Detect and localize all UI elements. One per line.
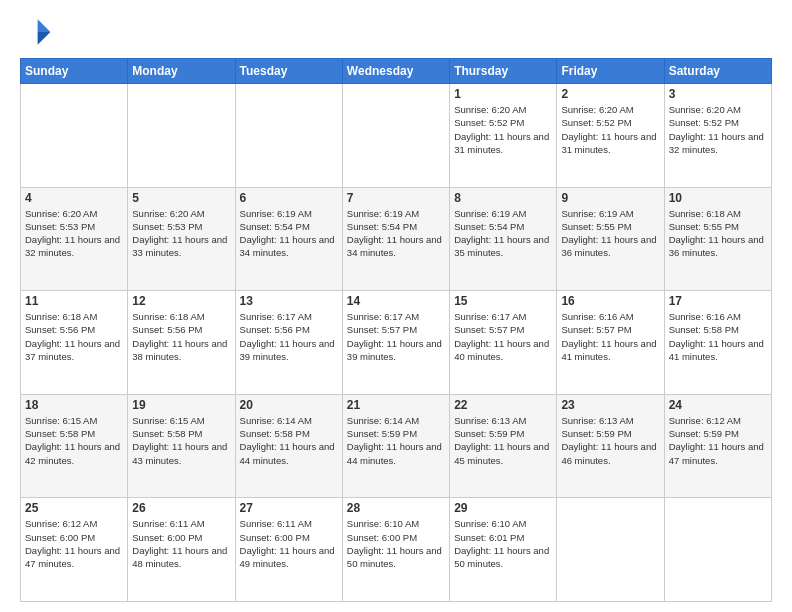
- day-number: 14: [347, 294, 445, 308]
- calendar-cell: 14Sunrise: 6:17 AM Sunset: 5:57 PM Dayli…: [342, 291, 449, 395]
- calendar-cell: 29Sunrise: 6:10 AM Sunset: 6:01 PM Dayli…: [450, 498, 557, 602]
- day-number: 11: [25, 294, 123, 308]
- calendar-cell: 15Sunrise: 6:17 AM Sunset: 5:57 PM Dayli…: [450, 291, 557, 395]
- calendar-cell: 10Sunrise: 6:18 AM Sunset: 5:55 PM Dayli…: [664, 187, 771, 291]
- day-number: 15: [454, 294, 552, 308]
- day-number: 8: [454, 191, 552, 205]
- day-number: 22: [454, 398, 552, 412]
- day-number: 10: [669, 191, 767, 205]
- header: [20, 16, 772, 48]
- calendar-cell: 6Sunrise: 6:19 AM Sunset: 5:54 PM Daylig…: [235, 187, 342, 291]
- day-info: Sunrise: 6:19 AM Sunset: 5:54 PM Dayligh…: [240, 207, 338, 260]
- calendar-header-friday: Friday: [557, 59, 664, 84]
- calendar-cell: 25Sunrise: 6:12 AM Sunset: 6:00 PM Dayli…: [21, 498, 128, 602]
- calendar-cell: 5Sunrise: 6:20 AM Sunset: 5:53 PM Daylig…: [128, 187, 235, 291]
- calendar-cell: [557, 498, 664, 602]
- calendar-header-sunday: Sunday: [21, 59, 128, 84]
- day-info: Sunrise: 6:10 AM Sunset: 6:00 PM Dayligh…: [347, 517, 445, 570]
- day-info: Sunrise: 6:18 AM Sunset: 5:56 PM Dayligh…: [25, 310, 123, 363]
- calendar-cell: [128, 84, 235, 188]
- calendar-cell: 12Sunrise: 6:18 AM Sunset: 5:56 PM Dayli…: [128, 291, 235, 395]
- day-info: Sunrise: 6:19 AM Sunset: 5:54 PM Dayligh…: [454, 207, 552, 260]
- day-info: Sunrise: 6:14 AM Sunset: 5:59 PM Dayligh…: [347, 414, 445, 467]
- calendar-header-tuesday: Tuesday: [235, 59, 342, 84]
- day-number: 6: [240, 191, 338, 205]
- calendar-cell: 18Sunrise: 6:15 AM Sunset: 5:58 PM Dayli…: [21, 394, 128, 498]
- day-info: Sunrise: 6:15 AM Sunset: 5:58 PM Dayligh…: [132, 414, 230, 467]
- day-info: Sunrise: 6:13 AM Sunset: 5:59 PM Dayligh…: [454, 414, 552, 467]
- day-number: 4: [25, 191, 123, 205]
- day-number: 19: [132, 398, 230, 412]
- calendar-week-row: 18Sunrise: 6:15 AM Sunset: 5:58 PM Dayli…: [21, 394, 772, 498]
- calendar-cell: 16Sunrise: 6:16 AM Sunset: 5:57 PM Dayli…: [557, 291, 664, 395]
- day-number: 23: [561, 398, 659, 412]
- day-info: Sunrise: 6:16 AM Sunset: 5:57 PM Dayligh…: [561, 310, 659, 363]
- calendar-cell: 27Sunrise: 6:11 AM Sunset: 6:00 PM Dayli…: [235, 498, 342, 602]
- calendar-cell: 21Sunrise: 6:14 AM Sunset: 5:59 PM Dayli…: [342, 394, 449, 498]
- day-info: Sunrise: 6:11 AM Sunset: 6:00 PM Dayligh…: [132, 517, 230, 570]
- calendar-header-wednesday: Wednesday: [342, 59, 449, 84]
- day-number: 9: [561, 191, 659, 205]
- calendar-week-row: 11Sunrise: 6:18 AM Sunset: 5:56 PM Dayli…: [21, 291, 772, 395]
- calendar-cell: 9Sunrise: 6:19 AM Sunset: 5:55 PM Daylig…: [557, 187, 664, 291]
- svg-marker-0: [38, 19, 51, 32]
- day-info: Sunrise: 6:16 AM Sunset: 5:58 PM Dayligh…: [669, 310, 767, 363]
- page: SundayMondayTuesdayWednesdayThursdayFrid…: [0, 0, 792, 612]
- logo-icon: [20, 16, 52, 48]
- calendar-cell: [664, 498, 771, 602]
- calendar-cell: 20Sunrise: 6:14 AM Sunset: 5:58 PM Dayli…: [235, 394, 342, 498]
- day-info: Sunrise: 6:18 AM Sunset: 5:55 PM Dayligh…: [669, 207, 767, 260]
- calendar-cell: 22Sunrise: 6:13 AM Sunset: 5:59 PM Dayli…: [450, 394, 557, 498]
- calendar-cell: [342, 84, 449, 188]
- day-info: Sunrise: 6:20 AM Sunset: 5:53 PM Dayligh…: [25, 207, 123, 260]
- calendar-cell: 19Sunrise: 6:15 AM Sunset: 5:58 PM Dayli…: [128, 394, 235, 498]
- calendar-week-row: 1Sunrise: 6:20 AM Sunset: 5:52 PM Daylig…: [21, 84, 772, 188]
- day-info: Sunrise: 6:11 AM Sunset: 6:00 PM Dayligh…: [240, 517, 338, 570]
- day-number: 25: [25, 501, 123, 515]
- day-info: Sunrise: 6:20 AM Sunset: 5:52 PM Dayligh…: [454, 103, 552, 156]
- day-number: 7: [347, 191, 445, 205]
- day-info: Sunrise: 6:12 AM Sunset: 5:59 PM Dayligh…: [669, 414, 767, 467]
- day-number: 24: [669, 398, 767, 412]
- day-info: Sunrise: 6:19 AM Sunset: 5:55 PM Dayligh…: [561, 207, 659, 260]
- calendar-cell: 17Sunrise: 6:16 AM Sunset: 5:58 PM Dayli…: [664, 291, 771, 395]
- calendar-header-saturday: Saturday: [664, 59, 771, 84]
- calendar-cell: 4Sunrise: 6:20 AM Sunset: 5:53 PM Daylig…: [21, 187, 128, 291]
- day-info: Sunrise: 6:13 AM Sunset: 5:59 PM Dayligh…: [561, 414, 659, 467]
- logo: [20, 16, 56, 48]
- svg-marker-1: [38, 32, 51, 45]
- day-number: 21: [347, 398, 445, 412]
- day-info: Sunrise: 6:17 AM Sunset: 5:57 PM Dayligh…: [347, 310, 445, 363]
- day-number: 28: [347, 501, 445, 515]
- calendar-cell: 24Sunrise: 6:12 AM Sunset: 5:59 PM Dayli…: [664, 394, 771, 498]
- day-number: 2: [561, 87, 659, 101]
- day-info: Sunrise: 6:12 AM Sunset: 6:00 PM Dayligh…: [25, 517, 123, 570]
- day-number: 5: [132, 191, 230, 205]
- calendar-cell: 1Sunrise: 6:20 AM Sunset: 5:52 PM Daylig…: [450, 84, 557, 188]
- calendar-cell: [235, 84, 342, 188]
- day-number: 12: [132, 294, 230, 308]
- calendar-week-row: 25Sunrise: 6:12 AM Sunset: 6:00 PM Dayli…: [21, 498, 772, 602]
- calendar-cell: 2Sunrise: 6:20 AM Sunset: 5:52 PM Daylig…: [557, 84, 664, 188]
- calendar-week-row: 4Sunrise: 6:20 AM Sunset: 5:53 PM Daylig…: [21, 187, 772, 291]
- day-info: Sunrise: 6:20 AM Sunset: 5:52 PM Dayligh…: [561, 103, 659, 156]
- calendar-table: SundayMondayTuesdayWednesdayThursdayFrid…: [20, 58, 772, 602]
- day-info: Sunrise: 6:17 AM Sunset: 5:57 PM Dayligh…: [454, 310, 552, 363]
- calendar-header-thursday: Thursday: [450, 59, 557, 84]
- day-number: 3: [669, 87, 767, 101]
- day-number: 1: [454, 87, 552, 101]
- day-info: Sunrise: 6:14 AM Sunset: 5:58 PM Dayligh…: [240, 414, 338, 467]
- day-number: 20: [240, 398, 338, 412]
- calendar-cell: 8Sunrise: 6:19 AM Sunset: 5:54 PM Daylig…: [450, 187, 557, 291]
- calendar-cell: 23Sunrise: 6:13 AM Sunset: 5:59 PM Dayli…: [557, 394, 664, 498]
- calendar-cell: 3Sunrise: 6:20 AM Sunset: 5:52 PM Daylig…: [664, 84, 771, 188]
- day-number: 27: [240, 501, 338, 515]
- day-info: Sunrise: 6:20 AM Sunset: 5:53 PM Dayligh…: [132, 207, 230, 260]
- calendar-cell: 26Sunrise: 6:11 AM Sunset: 6:00 PM Dayli…: [128, 498, 235, 602]
- day-info: Sunrise: 6:10 AM Sunset: 6:01 PM Dayligh…: [454, 517, 552, 570]
- day-info: Sunrise: 6:17 AM Sunset: 5:56 PM Dayligh…: [240, 310, 338, 363]
- day-number: 13: [240, 294, 338, 308]
- day-number: 17: [669, 294, 767, 308]
- calendar-header-monday: Monday: [128, 59, 235, 84]
- calendar-cell: 11Sunrise: 6:18 AM Sunset: 5:56 PM Dayli…: [21, 291, 128, 395]
